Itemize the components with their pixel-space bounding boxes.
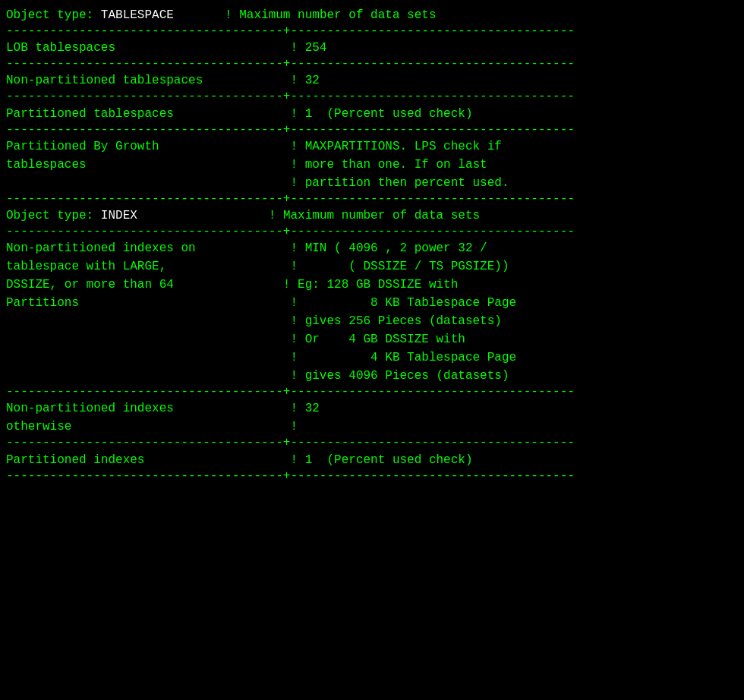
- row-pbg-line2: tablespaces ! more than one. If on last: [6, 156, 738, 174]
- divider-5: --------------------------------------+-…: [6, 192, 738, 207]
- row-pbg-line1: Partitioned By Growth ! MAXPARTITIONS. L…: [6, 137, 738, 156]
- terminal-output: Object type: TABLESPACE ! Maximum number…: [6, 6, 738, 484]
- tablespace-keyword: TABLESPACE: [101, 8, 174, 22]
- row-npi-line3: DSSIZE, or more than 64 ! Eg: 128 GB DSS…: [6, 276, 738, 294]
- row-npi-line2: tablespace with LARGE, ! ( DSSIZE / TS P…: [6, 257, 738, 276]
- divider-4: --------------------------------------+-…: [6, 123, 738, 137]
- row-non-partitioned-ts: Non-partitioned tablespaces ! 32: [6, 71, 738, 90]
- row-tablespace-header: Object type: TABLESPACE ! Maximum number…: [6, 6, 738, 24]
- divider-3: --------------------------------------+-…: [6, 90, 738, 104]
- divider-2: --------------------------------------+-…: [6, 57, 738, 71]
- row-partitioned-ts: Partitioned tablespaces ! 1 (Percent use…: [6, 105, 738, 123]
- row-partitioned-indexes: Partitioned indexes ! 1 (Percent used ch…: [6, 451, 738, 469]
- row-npi-line7: ! 4 KB Tablespace Page: [6, 348, 738, 367]
- divider-1: --------------------------------------+-…: [6, 24, 738, 39]
- row-npi-line6: ! Or 4 GB DSSIZE with: [6, 330, 738, 348]
- row-lob: LOB tablespaces ! 254: [6, 39, 738, 57]
- divider-9: --------------------------------------+-…: [6, 469, 738, 484]
- row-npi-line8: ! gives 4096 Pieces (datasets): [6, 367, 738, 385]
- row-pbg-line3: ! partition then percent used.: [6, 174, 738, 192]
- row-npi-other-line1: Non-partitioned indexes ! 32: [6, 399, 738, 418]
- divider-7: --------------------------------------+-…: [6, 385, 738, 399]
- row-npi-line1: Non-partitioned indexes on ! MIN ( 4096 …: [6, 239, 738, 257]
- row-index-header: Object type: INDEX ! Maximum number of d…: [6, 207, 738, 225]
- index-keyword: INDEX: [101, 209, 137, 222]
- row-npi-other-line2: otherwise !: [6, 418, 738, 436]
- row-npi-line5: ! gives 256 Pieces (datasets): [6, 312, 738, 330]
- divider-6: --------------------------------------+-…: [6, 225, 738, 239]
- divider-8: --------------------------------------+-…: [6, 436, 738, 450]
- row-npi-line4: Partitions ! 8 KB Tablespace Page: [6, 294, 738, 312]
